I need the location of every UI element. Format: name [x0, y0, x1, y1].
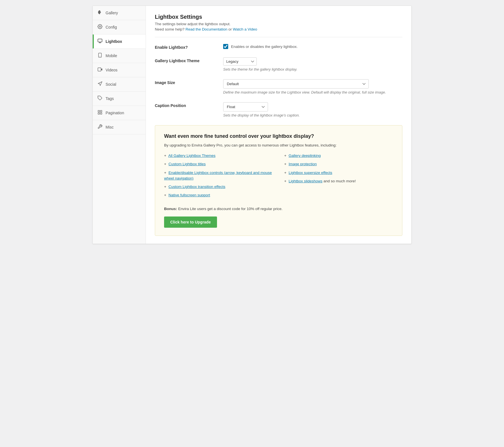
- page-description: The settings below adjust the lightbox o…: [155, 22, 402, 26]
- feature-supersize: + Lightbox supersize effects: [284, 170, 393, 176]
- theme-label: Gallery Lightbox Theme: [155, 57, 216, 63]
- sidebar-item-tags-label: Tags: [106, 96, 114, 101]
- sidebar-item-config[interactable]: Config: [93, 20, 146, 34]
- theme-row: Gallery Lightbox Theme Legacy Dark Light…: [155, 57, 402, 71]
- slideshows-link[interactable]: Lightbox slideshows: [289, 179, 323, 183]
- help-or: or: [228, 27, 232, 31]
- mobile-icon: [97, 53, 103, 59]
- watch-video-link[interactable]: Watch a Video: [233, 27, 257, 31]
- svg-rect-6: [98, 68, 101, 71]
- deeplinking-link[interactable]: Gallery deeplinking: [289, 153, 321, 158]
- wrench-icon: [97, 124, 103, 130]
- feature-image-protection: + Image protection: [284, 161, 393, 167]
- upgrade-intro: By upgrading to Envira Gallery Pro, you …: [164, 143, 393, 147]
- controls-link[interactable]: Enable/disable Lightbox controls (arrow,…: [164, 171, 272, 180]
- sidebar-item-mobile-label: Mobile: [106, 53, 117, 58]
- feature-fullscreen: + Native fullscreen support: [164, 192, 273, 198]
- theme-select[interactable]: Legacy Dark Light Classic: [223, 57, 257, 66]
- image-size-label: Image Size: [155, 79, 216, 85]
- svg-rect-1: [98, 39, 102, 42]
- sidebar-item-lightbox[interactable]: Lightbox: [93, 34, 146, 49]
- caption-position-row: Caption Position Float Below Above Overl…: [155, 102, 402, 117]
- sidebar-item-config-label: Config: [106, 25, 117, 29]
- enable-lightbox-checkbox[interactable]: [223, 44, 228, 49]
- upgrade-button[interactable]: Click here to Upgrade: [164, 216, 217, 228]
- upgrade-features-left: + All Gallery Lightbox Themes + Custom L…: [164, 153, 273, 201]
- pagination-icon: [97, 110, 103, 116]
- transition-link[interactable]: Custom Lightbox transition effects: [169, 185, 225, 189]
- svg-point-0: [99, 26, 101, 27]
- enable-lightbox-label: Enable Lightbox?: [155, 44, 216, 50]
- monitor-icon: [97, 38, 103, 45]
- image-size-row: Image Size Default Small Medium Large Fu…: [155, 79, 402, 94]
- caption-position-select[interactable]: Float Below Above Overlay: [223, 102, 268, 111]
- bonus-label: Bonus:: [164, 207, 177, 211]
- svg-rect-9: [98, 110, 99, 112]
- upgrade-features: + All Gallery Lightbox Themes + Custom L…: [164, 153, 393, 201]
- all-themes-link[interactable]: All Gallery Lightbox Themes: [168, 153, 216, 158]
- feature-transition: + Custom Lightbox transition effects: [164, 184, 273, 190]
- supersize-link[interactable]: Lightbox supersize effects: [289, 171, 332, 175]
- caption-position-control: Float Below Above Overlay Sets the displ…: [223, 102, 402, 117]
- sidebar: Gallery Config Lightbox: [93, 6, 146, 244]
- sidebar-item-gallery-label: Gallery: [106, 11, 118, 15]
- sidebar-item-pagination-label: Pagination: [106, 111, 124, 115]
- upgrade-bonus: Bonus: Envira Lite users get a discount …: [164, 207, 393, 211]
- svg-rect-10: [101, 110, 102, 112]
- upgrade-features-right: + Gallery deeplinking + Image protection…: [284, 153, 393, 201]
- sidebar-item-videos[interactable]: Videos: [93, 63, 146, 77]
- sidebar-item-gallery[interactable]: Gallery: [93, 6, 146, 20]
- fullscreen-link[interactable]: Native fullscreen support: [169, 193, 210, 197]
- theme-hint: Sets the theme for the gallery lightbox …: [223, 67, 402, 71]
- sidebar-item-social-label: Social: [106, 82, 116, 87]
- checkbox-row: Enables or disables the gallery lightbox…: [223, 44, 402, 49]
- sidebar-item-videos-label: Videos: [106, 68, 118, 72]
- video-icon: [97, 67, 103, 73]
- feature-slideshows: + Lightbox slideshows and so much more!: [284, 178, 393, 184]
- section-divider: [155, 37, 402, 37]
- sidebar-item-pagination[interactable]: Pagination: [93, 106, 146, 120]
- help-prefix: Need some help?: [155, 27, 185, 31]
- sidebar-item-misc[interactable]: Misc: [93, 120, 146, 134]
- sidebar-item-misc-label: Misc: [106, 125, 114, 129]
- read-docs-link[interactable]: Read the Documentation: [186, 27, 227, 31]
- image-size-select[interactable]: Default Small Medium Large Full: [223, 79, 369, 89]
- leaf-icon: [97, 10, 103, 16]
- sidebar-item-tags[interactable]: Tags: [93, 92, 146, 106]
- feature-all-themes: + All Gallery Lightbox Themes: [164, 153, 273, 159]
- upgrade-box: Want even more fine tuned control over y…: [155, 125, 402, 236]
- caption-position-hint: Sets the display of the lightbox image's…: [223, 113, 402, 117]
- feature-controls: + Enable/disable Lightbox controls (arro…: [164, 170, 273, 181]
- main-content: Lightbox Settings The settings below adj…: [146, 6, 411, 244]
- page-title: Lightbox Settings: [155, 14, 402, 20]
- tag-icon: [97, 96, 103, 102]
- sidebar-item-social[interactable]: Social: [93, 77, 146, 92]
- sidebar-item-mobile[interactable]: Mobile: [93, 49, 146, 63]
- custom-titles-link[interactable]: Custom Lightbox titles: [169, 162, 206, 166]
- svg-rect-11: [98, 113, 99, 114]
- page-help: Need some help? Read the Documentation o…: [155, 27, 402, 31]
- upgrade-title: Want even more fine tuned control over y…: [164, 133, 393, 139]
- feature-custom-titles: + Custom Lightbox titles: [164, 161, 273, 167]
- enable-lightbox-hint: Enables or disables the gallery lightbox…: [231, 45, 298, 49]
- bonus-text: Envira Lite users get a discount code fo…: [178, 207, 283, 211]
- enable-lightbox-row: Enable Lightbox? Enables or disables the…: [155, 44, 402, 50]
- theme-control: Legacy Dark Light Classic Sets the theme…: [223, 57, 402, 71]
- main-container: Gallery Config Lightbox: [92, 6, 412, 244]
- image-protection-link[interactable]: Image protection: [289, 162, 317, 166]
- feature-deeplinking: + Gallery deeplinking: [284, 153, 393, 159]
- megaphone-icon: [97, 81, 103, 87]
- svg-rect-12: [101, 113, 102, 114]
- caption-position-label: Caption Position: [155, 102, 216, 108]
- slideshows-suffix: and so much more!: [323, 179, 356, 183]
- image-size-control: Default Small Medium Large Full Define t…: [223, 79, 402, 94]
- enable-lightbox-control: Enables or disables the gallery lightbox…: [223, 44, 402, 49]
- gear-icon: [97, 24, 103, 30]
- sidebar-item-lightbox-label: Lightbox: [106, 39, 122, 44]
- image-size-hint: Define the maximum image size for the Li…: [223, 90, 402, 94]
